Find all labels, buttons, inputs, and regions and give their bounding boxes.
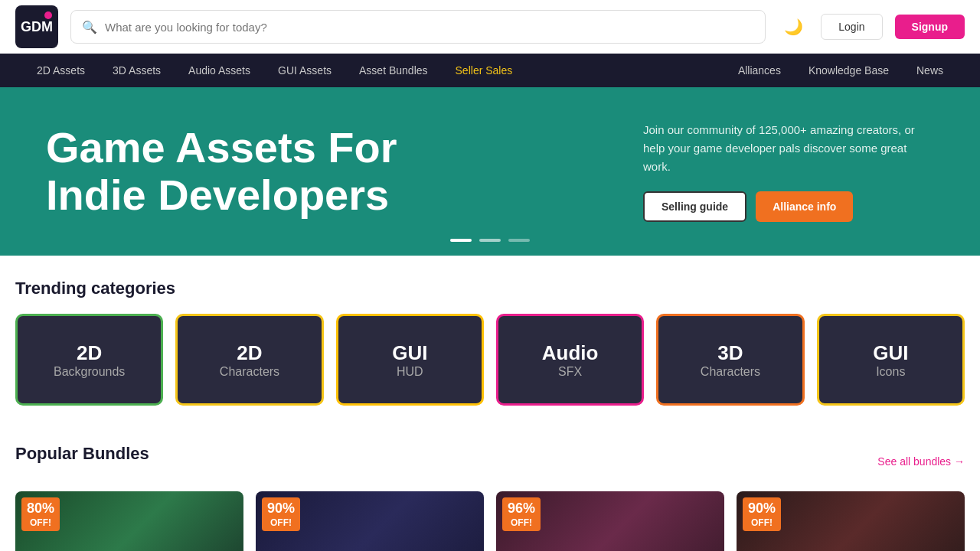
- bundles-grid: 80% OFF! 90% OFF! 96% OFF! 90% OFF! ?: [15, 491, 965, 551]
- bundle-badge-2: 90% OFF!: [262, 497, 300, 531]
- trending-title: Trending categories: [15, 279, 965, 298]
- nav-item-2d-assets[interactable]: 2D Assets: [23, 54, 99, 87]
- category-top-label: Audio: [542, 341, 599, 365]
- nav-item-news[interactable]: News: [903, 54, 957, 87]
- header: GDM 🔍 🌙 Login Signup: [0, 0, 980, 54]
- search-input[interactable]: [105, 21, 754, 34]
- dark-mode-toggle[interactable]: 🌙: [778, 11, 808, 42]
- hero-dot-1[interactable]: [450, 239, 472, 242]
- hero-description: Join our community of 125,000+ amazing c…: [643, 121, 934, 176]
- trending-section: Trending categories 2D Backgrounds 2D Ch…: [0, 256, 980, 421]
- hero-buttons: Selling guide Alliance info: [643, 191, 934, 222]
- nav-item-seller-sales[interactable]: Seller Sales: [442, 54, 527, 87]
- hero-right: Join our community of 125,000+ amazing c…: [643, 121, 934, 222]
- category-card-gui-icons[interactable]: GUI Icons: [817, 314, 965, 406]
- search-icon: 🔍: [82, 20, 97, 34]
- signup-button[interactable]: Signup: [895, 15, 965, 39]
- bundles-title: Popular Bundles: [15, 444, 149, 464]
- nav-item-knowledge-base[interactable]: Knowledge Base: [795, 54, 903, 87]
- categories-grid: 2D Backgrounds 2D Characters GUI HUD Aud…: [15, 314, 965, 406]
- category-bottom-label: Characters: [701, 365, 760, 379]
- category-bottom-label: Icons: [876, 365, 905, 379]
- bundle-badge-4: 90% OFF!: [743, 497, 781, 531]
- category-card-gui-hud[interactable]: GUI HUD: [336, 314, 484, 406]
- nav-item-asset-bundles[interactable]: Asset Bundles: [345, 54, 442, 87]
- category-bottom-label: Backgrounds: [54, 365, 125, 379]
- search-bar: 🔍: [70, 10, 766, 44]
- category-card-3d-characters[interactable]: 3D Characters: [656, 314, 804, 406]
- nav-item-audio-assets[interactable]: Audio Assets: [175, 54, 264, 87]
- category-top-label: GUI: [392, 341, 427, 365]
- nav-item-gui-assets[interactable]: GUI Assets: [264, 54, 345, 87]
- category-bottom-label: HUD: [397, 365, 423, 379]
- category-top-label: 2D: [77, 341, 102, 365]
- hero-dot-3[interactable]: [508, 239, 530, 242]
- logo-text: GDM: [21, 19, 53, 35]
- logo[interactable]: GDM: [15, 5, 58, 48]
- bundle-card-3[interactable]: 96% OFF!: [496, 491, 724, 551]
- category-card-2d-characters[interactable]: 2D Characters: [175, 314, 323, 406]
- alliance-info-button[interactable]: Alliance info: [756, 191, 853, 222]
- hero-dots: [450, 239, 530, 242]
- bundles-header: Popular Bundles See all bundles →: [15, 444, 965, 479]
- selling-guide-button[interactable]: Selling guide: [643, 191, 746, 222]
- bundle-card-2[interactable]: 90% OFF!: [256, 491, 484, 551]
- category-top-label: GUI: [873, 341, 908, 365]
- hero-section: Game Assets For Indie Developers Join ou…: [0, 87, 980, 256]
- login-button[interactable]: Login: [821, 14, 882, 40]
- nav-item-alliances[interactable]: Alliances: [724, 54, 795, 87]
- popular-bundles-section: Popular Bundles See all bundles → 80% OF…: [0, 421, 980, 551]
- nav: 2D Assets 3D Assets Audio Assets GUI Ass…: [0, 54, 980, 87]
- category-card-2d-backgrounds[interactable]: 2D Backgrounds: [15, 314, 163, 406]
- bundle-badge-1: 80% OFF!: [21, 497, 60, 531]
- nav-item-3d-assets[interactable]: 3D Assets: [99, 54, 175, 87]
- bundle-card-4[interactable]: 90% OFF! ?: [737, 491, 965, 551]
- category-bottom-label: SFX: [558, 365, 582, 379]
- hero-dot-2[interactable]: [479, 239, 501, 242]
- bundle-card-1[interactable]: 80% OFF!: [15, 491, 243, 551]
- see-all-bundles-link[interactable]: See all bundles →: [877, 455, 965, 468]
- bundle-badge-3: 96% OFF!: [502, 497, 541, 531]
- category-top-label: 2D: [237, 341, 262, 365]
- category-card-audio-sfx[interactable]: Audio SFX: [496, 314, 644, 406]
- hero-title: Game Assets For Indie Developers: [46, 124, 444, 218]
- category-bottom-label: Characters: [220, 365, 279, 379]
- category-top-label: 3D: [717, 341, 743, 365]
- logo-dot: [44, 11, 52, 19]
